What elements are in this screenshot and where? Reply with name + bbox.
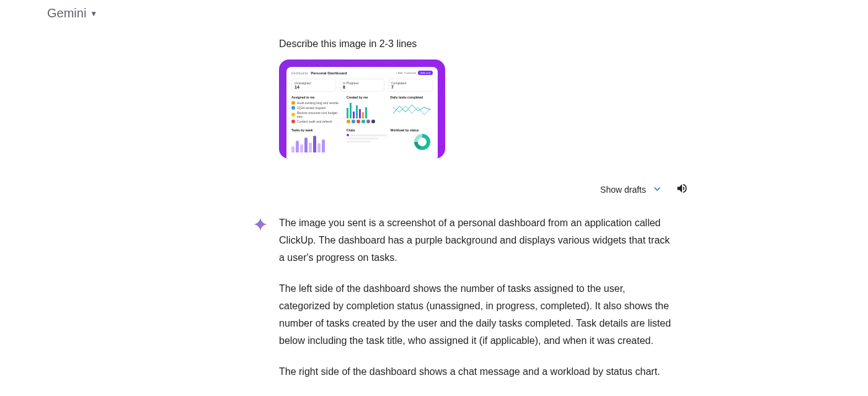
user-prompt-text: Describe this image in 2-3 lines <box>279 38 713 50</box>
task4: Content audit and refresh <box>297 120 332 123</box>
response-paragraph-2: The left side of the dashboard shows the… <box>279 280 676 350</box>
panel1-title: Assigned to me <box>291 95 343 99</box>
task1: Audit existing blog and rewrite <box>297 101 339 105</box>
panel2-title: Created by me <box>347 95 387 99</box>
caret-down-icon: ▼ <box>90 9 97 18</box>
response-paragraph-1: The image you sent is a screenshot of a … <box>279 214 676 266</box>
stat1-value: 14 <box>294 85 333 89</box>
thumb-breadcrumb-a: Dashboards <box>291 71 308 75</box>
model-name: Gemini <box>47 6 86 20</box>
text-to-speech-button[interactable] <box>676 182 688 197</box>
task3: Reduce resource cost budget - new <box>297 111 343 118</box>
response-paragraph-3: The right side of the dashboard shows a … <box>279 363 676 381</box>
stat3-value: 7 <box>391 85 430 89</box>
gemini-sparkle-icon <box>252 216 269 235</box>
panel4-title: Tasks by week <box>291 128 343 132</box>
donut-chart <box>414 134 430 150</box>
thumb-breadcrumb-b: Personal Dashboard <box>311 71 347 75</box>
thumb-primary-btn: Add card <box>418 71 433 75</box>
thumb-customize: Customize <box>404 71 416 74</box>
chevron-down-icon <box>652 184 662 196</box>
thumbnail-content: Dashboards Personal Dashboard + Add Cust… <box>286 67 438 159</box>
panel3-title: Daily tasks completed <box>391 95 433 99</box>
attached-image-thumbnail[interactable]: Dashboards Personal Dashboard + Add Cust… <box>279 59 445 159</box>
thumb-add: + Add <box>396 71 402 74</box>
model-selector[interactable]: Gemini ▼ <box>47 6 97 20</box>
stat2-value: 8 <box>343 85 381 89</box>
panel5-title: Chats <box>347 128 387 132</box>
task2: 2Q24 review request <box>297 106 326 110</box>
show-drafts-button[interactable]: Show drafts <box>600 184 662 196</box>
panel6-title: Workload by status <box>391 128 433 132</box>
show-drafts-label: Show drafts <box>600 185 646 195</box>
